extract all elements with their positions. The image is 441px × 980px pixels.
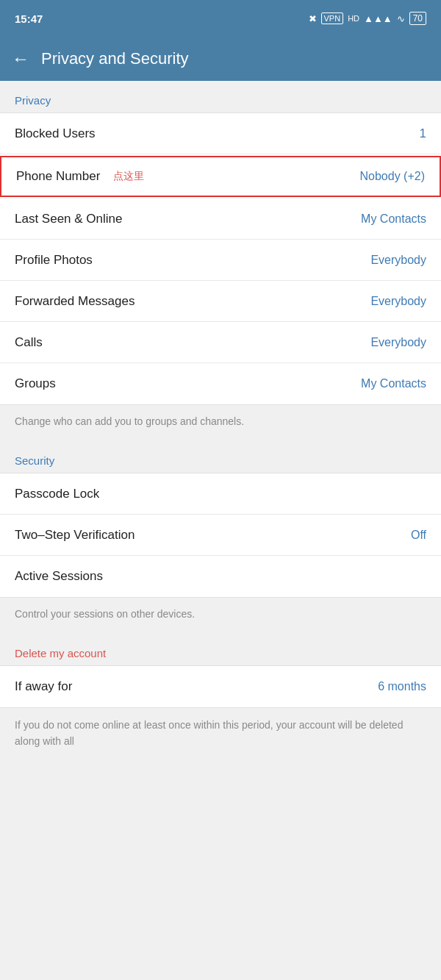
sessions-description: Control your sessions on other devices. [0,598,441,634]
two-step-verification-item[interactable]: Two–Step Verification Off [0,515,441,556]
last-seen-value: My Contacts [361,212,426,226]
phone-number-hint: 点这里 [113,170,144,183]
profile-photos-item[interactable]: Profile Photos Everybody [0,240,441,281]
blocked-users-label: Blocked Users [15,126,96,141]
phone-number-value: Nobody (+2) [360,170,426,183]
forwarded-messages-label: Forwarded Messages [15,294,135,309]
page-title: Privacy and Security [41,49,189,68]
status-icons: ✖ VPN HD ▲▲▲ ∿ 70 [309,12,426,25]
forwarded-messages-value: Everybody [370,295,426,308]
calls-label: Calls [15,335,43,350]
passcode-lock-item[interactable]: Passcode Lock [0,473,441,515]
two-step-value: Off [411,529,426,542]
passcode-lock-label: Passcode Lock [15,487,99,501]
content: Privacy Blocked Users 1 Phone Number 点这里… [0,81,441,762]
if-away-for-label: If away for [15,679,72,694]
groups-value: My Contacts [361,377,426,390]
bluetooth-icon: ✖ [309,13,317,24]
vpn-badge: VPN [321,12,344,24]
active-sessions-label: Active Sessions [15,569,103,584]
battery-icon: 70 [409,12,426,25]
status-time: 15:47 [15,12,43,25]
signal-icon: ▲▲▲ [364,13,392,24]
privacy-section-label: Privacy [0,81,441,112]
last-seen-label: Last Seen & Online [15,212,122,226]
forwarded-messages-item[interactable]: Forwarded Messages Everybody [0,281,441,322]
if-away-for-value: 6 months [378,680,426,693]
phone-number-label: Phone Number [16,169,100,184]
phone-number-item[interactable]: Phone Number 点这里 Nobody (+2) [0,156,441,197]
groups-label: Groups [15,376,56,391]
profile-photos-label: Profile Photos [15,253,93,268]
wifi-icon: ∿ [397,13,405,24]
if-away-for-item[interactable]: If away for 6 months [0,666,441,707]
header: ← Privacy and Security [0,37,441,81]
hd-icon: HD [348,14,359,23]
delete-account-footer: If you do not come online at least once … [0,708,441,762]
delete-account-section-label: Delete my account [0,634,441,665]
back-button[interactable]: ← [12,49,29,69]
groups-item[interactable]: Groups My Contacts [0,363,441,404]
privacy-settings-list: Blocked Users 1 Phone Number 点这里 Nobody … [0,112,441,405]
security-settings-list: Passcode Lock Two–Step Verification Off … [0,473,441,598]
active-sessions-item[interactable]: Active Sessions [0,556,441,597]
blocked-users-value: 1 [420,126,426,141]
groups-description: Change who can add you to groups and cha… [0,405,441,441]
status-bar: 15:47 ✖ VPN HD ▲▲▲ ∿ 70 [0,0,441,37]
blocked-users-item[interactable]: Blocked Users 1 [0,113,441,154]
delete-account-settings-list: If away for 6 months [0,665,441,708]
two-step-label: Two–Step Verification [15,528,135,543]
security-section-label: Security [0,441,441,473]
last-seen-item[interactable]: Last Seen & Online My Contacts [0,198,441,240]
calls-item[interactable]: Calls Everybody [0,322,441,363]
profile-photos-value: Everybody [370,254,426,267]
calls-value: Everybody [370,336,426,349]
